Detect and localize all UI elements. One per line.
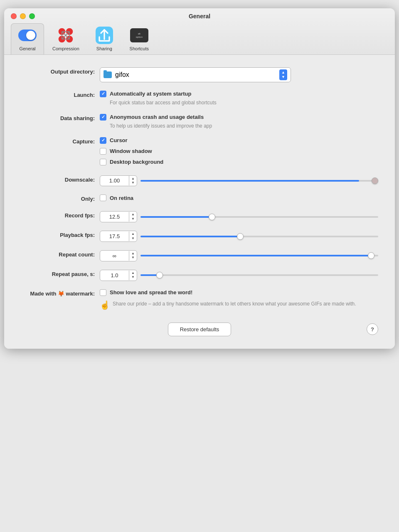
watermark-label-text: Made with 🦊 watermark:	[30, 291, 95, 297]
record-fps-row: Record fps: 12.5 ▲ ▼	[21, 211, 378, 222]
record-fps-arrows[interactable]: ▲ ▼	[129, 212, 137, 222]
repeat-count-up[interactable]: ▲	[131, 251, 135, 256]
playback-fps-down[interactable]: ▼	[131, 236, 135, 241]
playback-fps-slider[interactable]	[140, 236, 378, 237]
record-fps-label: Record fps:	[21, 211, 100, 219]
watermark-checkbox[interactable]	[100, 289, 106, 296]
output-directory-row: Output directory: gifox ▲ ▼	[21, 67, 378, 82]
repeat-count-stepper[interactable]: ∞ ▲ ▼	[100, 250, 137, 261]
downscale-control: 1.00 ▲ ▼	[100, 175, 378, 187]
capture-desktop-checkbox[interactable]	[100, 159, 106, 165]
record-fps-thumb[interactable]	[209, 214, 215, 220]
watermark-emoji: ☝️	[100, 300, 110, 310]
data-sharing-helper: To help us identify issues and improve t…	[110, 123, 378, 129]
toggle-icon	[18, 30, 37, 41]
capture-desktop-label: Desktop background	[110, 159, 163, 165]
playback-fps-arrows[interactable]: ▲ ▼	[129, 231, 137, 241]
downscale-stepper-arrows[interactable]: ▲ ▼	[129, 176, 137, 186]
downscale-up-arrow[interactable]: ▲	[131, 177, 135, 181]
record-fps-up[interactable]: ▲	[131, 212, 135, 217]
record-fps-stepper-row: 12.5 ▲ ▼	[100, 211, 378, 222]
output-directory-control: gifox ▲ ▼	[100, 67, 378, 82]
downscale-stepper-row: 1.00 ▲ ▼	[100, 175, 378, 187]
window-title: General	[189, 13, 210, 20]
repeat-count-value: ∞	[100, 251, 129, 261]
downscale-slider[interactable]	[140, 180, 378, 182]
launch-checkbox[interactable]	[100, 91, 106, 97]
capture-label: Capture:	[21, 137, 100, 145]
repeat-count-row: Repeat count: ∞ ▲ ▼	[21, 250, 378, 261]
general-icon	[18, 26, 37, 44]
only-checkbox-row: On retina	[100, 195, 378, 201]
capture-desktop-row: Desktop background	[100, 159, 378, 165]
downscale-value: 1.00	[100, 176, 129, 185]
shortcuts-icon: alt option	[130, 26, 148, 44]
repeat-pause-thumb[interactable]	[156, 272, 163, 278]
launch-checkbox-row: Automatically at system startup	[100, 91, 378, 97]
data-sharing-control: Anonymous crash and usage details To hel…	[100, 114, 378, 129]
main-window: General General	[4, 8, 395, 349]
repeat-count-thumb[interactable]	[368, 252, 374, 259]
repeat-count-label: Repeat count:	[21, 250, 100, 258]
bottom-row: Restore defaults ?	[21, 323, 378, 336]
playback-fps-control: 17.5 ▲ ▼	[100, 231, 378, 242]
playback-fps-thumb[interactable]	[237, 233, 244, 240]
minimize-button[interactable]	[20, 13, 26, 19]
repeat-pause-value: 1.0	[100, 271, 129, 280]
repeat-count-slider[interactable]	[140, 255, 378, 256]
downscale-stepper[interactable]: 1.00 ▲ ▼	[100, 175, 137, 187]
capture-control: Cursor Window shadow Desktop background	[100, 137, 378, 167]
tab-compression[interactable]: Compression	[46, 24, 86, 54]
record-fps-value: 12.5	[100, 212, 129, 222]
playback-fps-label: Playback fps:	[21, 231, 100, 238]
repeat-pause-down[interactable]: ▼	[131, 275, 135, 279]
only-control: On retina	[100, 195, 378, 203]
sharing-icon	[95, 26, 113, 44]
only-checkbox[interactable]	[100, 195, 106, 201]
help-button[interactable]: ?	[367, 323, 378, 335]
playback-fps-value: 17.5	[100, 232, 129, 241]
repeat-pause-arrows[interactable]: ▲ ▼	[129, 270, 137, 281]
tab-sharing[interactable]: Sharing	[88, 24, 121, 54]
downscale-slider-thumb[interactable]	[372, 177, 378, 184]
repeat-pause-stepper[interactable]: 1.0 ▲ ▼	[100, 270, 137, 281]
downscale-down-arrow[interactable]: ▼	[131, 181, 135, 185]
capture-cursor-checkbox[interactable]	[100, 137, 106, 144]
select-arrows[interactable]: ▲ ▼	[279, 69, 287, 80]
repeat-count-fill	[140, 255, 371, 256]
launch-label: Launch:	[21, 91, 100, 98]
record-fps-slider[interactable]	[140, 216, 378, 218]
repeat-pause-up[interactable]: ▲	[131, 271, 135, 275]
record-fps-down[interactable]: ▼	[131, 217, 135, 221]
output-directory-select[interactable]: gifox ▲ ▼	[100, 67, 291, 82]
repeat-count-arrows[interactable]: ▲ ▼	[129, 251, 137, 261]
repeat-pause-control: 1.0 ▲ ▼	[100, 270, 378, 281]
downscale-slider-track	[140, 180, 378, 182]
directory-select-inner: gifox	[103, 71, 129, 79]
playback-fps-up[interactable]: ▲	[131, 232, 135, 236]
capture-shadow-checkbox[interactable]	[100, 148, 106, 155]
compression-icon	[57, 26, 75, 44]
repeat-pause-slider[interactable]	[140, 274, 378, 276]
record-fps-stepper[interactable]: 12.5 ▲ ▼	[100, 211, 137, 222]
watermark-control: Show love and spread the word! ☝️ Share …	[100, 289, 378, 310]
tab-general[interactable]: General	[11, 23, 44, 54]
output-directory-label: Output directory:	[21, 67, 100, 75]
restore-defaults-button[interactable]: Restore defaults	[168, 323, 232, 336]
close-button[interactable]	[11, 13, 17, 19]
launch-control: Automatically at system startup For quic…	[100, 91, 378, 106]
repeat-pause-row: Repeat pause, s: 1.0 ▲ ▼	[21, 270, 378, 281]
repeat-count-down[interactable]: ▼	[131, 256, 135, 260]
data-sharing-row: Data sharing: Anonymous crash and usage …	[21, 114, 378, 129]
record-fps-fill	[140, 216, 212, 218]
playback-fps-stepper[interactable]: 17.5 ▲ ▼	[100, 231, 137, 242]
maximize-button[interactable]	[29, 13, 35, 19]
capture-shadow-label: Window shadow	[110, 148, 152, 154]
playback-fps-row: Playback fps: 17.5 ▲ ▼	[21, 231, 378, 242]
title-bar: General General	[4, 8, 395, 55]
data-sharing-checkbox[interactable]	[100, 114, 106, 121]
traffic-lights	[11, 13, 35, 19]
tab-shortcuts[interactable]: alt option Shortcuts	[123, 24, 156, 54]
record-fps-control: 12.5 ▲ ▼	[100, 211, 378, 222]
content-area: Output directory: gifox ▲ ▼ Launch:	[4, 55, 395, 349]
